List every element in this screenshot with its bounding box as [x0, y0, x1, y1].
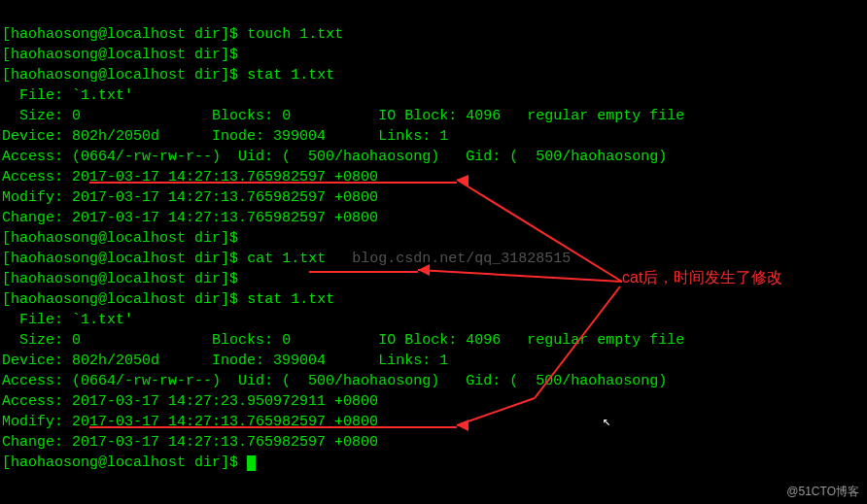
stat-size-label: Size: — [19, 108, 63, 124]
annotation-text: cat后，时间发生了修改 — [622, 267, 782, 288]
stat2-access: Access: — [2, 393, 63, 410]
cursor[interactable] — [247, 455, 256, 471]
cmd-stat: stat 1.txt — [247, 67, 334, 84]
prompt: [haohaosong@localhost dir]$ — [2, 47, 238, 63]
prompt: [haohaosong@localhost dir]$ — [2, 26, 238, 43]
cmd-cat: cat 1.txt — [247, 251, 326, 267]
prompt: [haohaosong@localhost dir]$ — [2, 67, 238, 84]
prompt: [haohaosong@localhost dir]$ — [2, 271, 238, 287]
stat-file-label: File: — [19, 87, 63, 104]
prompt: [haohaosong@localhost dir]$ — [2, 454, 238, 471]
prompt: [haohaosong@localhost dir]$ — [2, 251, 238, 267]
terminal-output: [haohaosong@localhost dir]$ touch 1.txt … — [0, 0, 867, 477]
prompt: [haohaosong@localhost dir]$ — [2, 230, 238, 247]
stat-file-name: `1.txt' — [72, 87, 133, 104]
mouse-cursor-icon: ↖ — [603, 413, 610, 432]
prompt: [haohaosong@localhost dir]$ — [2, 291, 238, 308]
cmd-stat-2: stat 1.txt — [247, 291, 334, 308]
watermark-center: blog.csdn.net/qq_31828515 — [326, 251, 571, 267]
cmd-touch: touch 1.txt — [247, 26, 343, 43]
stat1-access: Access: — [2, 169, 63, 185]
footer-watermark: @51CTO博客 — [786, 484, 859, 500]
